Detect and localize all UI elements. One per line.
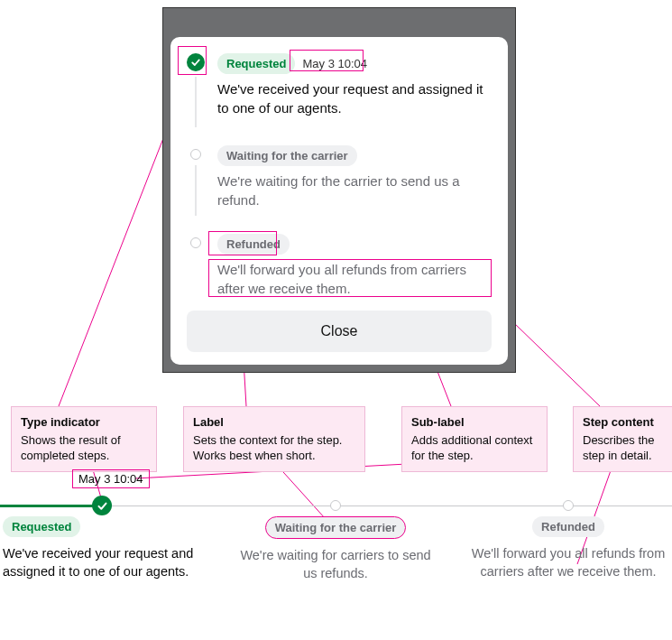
annotation-type-indicator: Type indicator Shows the result of compl… (11, 406, 157, 472)
step-waiting: Waiting for the carrier We're waiting fo… (187, 145, 492, 216)
annotation-title: Label (193, 414, 355, 431)
close-button[interactable]: Close (187, 311, 492, 352)
annotation-title: Step content (583, 414, 671, 431)
modal: Requested May 3 10:04 We've received you… (170, 37, 508, 365)
annotation-body: Sets the context for the step. Works bes… (193, 432, 355, 464)
step-label: Waiting for the carrier (217, 145, 357, 166)
h-step-waiting: Waiting for the carrier We're waiting fo… (236, 516, 435, 583)
h-sublabel: May 3 10:04 (72, 469, 150, 488)
step-requested: Requested May 3 10:04 We've received you… (187, 53, 492, 127)
step-label: Requested (217, 53, 295, 74)
h-step-refunded: Refunded We'll forward you all refunds f… (469, 516, 667, 581)
step-refunded: Refunded We'll forward you all refunds f… (187, 234, 492, 298)
step-content: We're waiting for the carrier to send us… (217, 172, 492, 209)
annotation-step-content: Step content Describes the step in detai… (573, 406, 672, 472)
step-content: We'll forward you all refunds from carri… (217, 260, 492, 298)
h-step-desc: We'll forward you all refunds from carri… (469, 544, 667, 581)
dot-icon (563, 500, 574, 511)
check-icon (92, 496, 112, 515)
step-content: We've received your request and assigned… (217, 79, 492, 117)
modal-frame: Requested May 3 10:04 We've received you… (162, 7, 516, 373)
h-step-desc: We've received your request and assigned… (3, 544, 201, 581)
dot-icon (330, 500, 341, 511)
annotation-body: Adds additional context for the step. (411, 432, 538, 464)
h-step-label: Refunded (532, 516, 604, 537)
annotation-title: Sub-label (411, 414, 538, 431)
step-label: Refunded (217, 234, 290, 255)
step-sublabel: May 3 10:04 (302, 57, 367, 70)
annotation-sublabel: Sub-label Adds additional context for th… (401, 406, 548, 472)
h-step-requested: Requested We've received your request an… (3, 516, 201, 581)
annotation-body: Shows the result of completed steps. (21, 432, 147, 464)
vertical-steps: Requested May 3 10:04 We've received you… (187, 53, 492, 307)
check-icon (187, 53, 205, 71)
annotation-title: Type indicator (21, 414, 147, 431)
annotation-label: Label Sets the context for the step. Wor… (183, 406, 365, 472)
h-step-desc: We're waiting for carriers to send us re… (236, 546, 435, 583)
dot-icon (190, 149, 201, 160)
horizontal-timeline: May 3 10:04 Requested We've received you… (0, 500, 672, 511)
h-step-label: Waiting for the carrier (265, 516, 407, 539)
annotation-body: Describes the step in detail. (583, 432, 671, 464)
dot-icon (190, 237, 201, 248)
h-step-label: Requested (3, 516, 80, 537)
